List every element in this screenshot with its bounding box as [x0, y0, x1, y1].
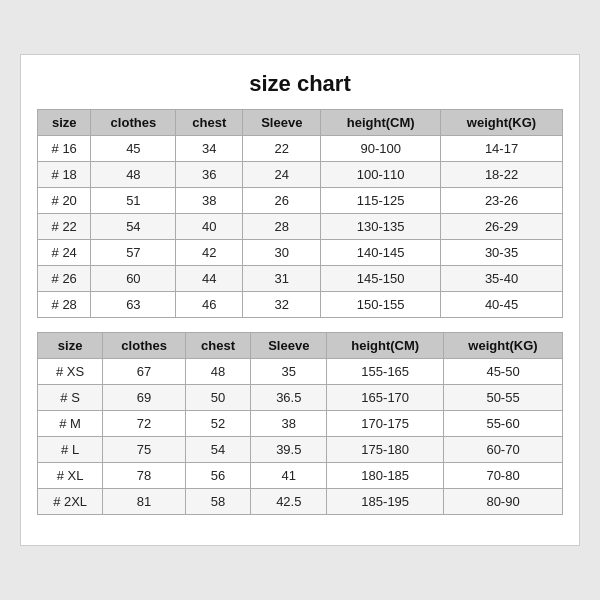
table-row: # 20513826115-12523-26 — [38, 188, 563, 214]
col-header-0: size — [38, 110, 91, 136]
col-header-4: height(CM) — [321, 110, 441, 136]
cell-4-2: 56 — [185, 463, 250, 489]
table-row: # M725238170-17555-60 — [38, 411, 563, 437]
cell-2-2: 52 — [185, 411, 250, 437]
cell-2-5: 55-60 — [444, 411, 563, 437]
cell-2-5: 23-26 — [441, 188, 563, 214]
cell-3-0: # L — [38, 437, 103, 463]
cell-5-4: 185-195 — [327, 489, 444, 515]
cell-5-5: 35-40 — [441, 266, 563, 292]
cell-2-0: # M — [38, 411, 103, 437]
cell-1-3: 36.5 — [251, 385, 327, 411]
col-header-1: clothes — [91, 110, 176, 136]
table-row: # 2XL815842.5185-19580-90 — [38, 489, 563, 515]
table-row: # 26604431145-15035-40 — [38, 266, 563, 292]
cell-4-5: 70-80 — [444, 463, 563, 489]
table-row: # 24574230140-14530-35 — [38, 240, 563, 266]
tables-container: sizeclotheschestSleeveheight(CM)weight(K… — [37, 109, 563, 515]
cell-6-5: 40-45 — [441, 292, 563, 318]
cell-4-2: 42 — [176, 240, 243, 266]
size-table-0: sizeclotheschestSleeveheight(CM)weight(K… — [37, 109, 563, 318]
cell-3-5: 60-70 — [444, 437, 563, 463]
cell-3-4: 130-135 — [321, 214, 441, 240]
cell-3-1: 54 — [91, 214, 176, 240]
cell-0-0: # XS — [38, 359, 103, 385]
col-header-0: size — [38, 333, 103, 359]
cell-5-5: 80-90 — [444, 489, 563, 515]
cell-3-2: 54 — [185, 437, 250, 463]
table-row: # 1645342290-10014-17 — [38, 136, 563, 162]
cell-4-3: 41 — [251, 463, 327, 489]
cell-0-4: 155-165 — [327, 359, 444, 385]
cell-0-5: 45-50 — [444, 359, 563, 385]
cell-1-0: # 18 — [38, 162, 91, 188]
cell-0-1: 45 — [91, 136, 176, 162]
cell-5-2: 44 — [176, 266, 243, 292]
cell-1-0: # S — [38, 385, 103, 411]
cell-0-1: 67 — [103, 359, 186, 385]
cell-4-1: 57 — [91, 240, 176, 266]
cell-6-4: 150-155 — [321, 292, 441, 318]
table-row: # 22544028130-13526-29 — [38, 214, 563, 240]
cell-5-0: # 26 — [38, 266, 91, 292]
cell-2-1: 72 — [103, 411, 186, 437]
col-header-1: clothes — [103, 333, 186, 359]
cell-0-2: 34 — [176, 136, 243, 162]
table-header-row: sizeclotheschestSleeveheight(CM)weight(K… — [38, 110, 563, 136]
cell-5-0: # 2XL — [38, 489, 103, 515]
col-header-4: height(CM) — [327, 333, 444, 359]
cell-4-4: 140-145 — [321, 240, 441, 266]
cell-6-2: 46 — [176, 292, 243, 318]
cell-4-0: # XL — [38, 463, 103, 489]
col-header-2: chest — [176, 110, 243, 136]
cell-6-0: # 28 — [38, 292, 91, 318]
cell-4-1: 78 — [103, 463, 186, 489]
table-row: # S695036.5165-17050-55 — [38, 385, 563, 411]
cell-1-2: 50 — [185, 385, 250, 411]
cell-1-5: 50-55 — [444, 385, 563, 411]
col-header-2: chest — [185, 333, 250, 359]
cell-6-1: 63 — [91, 292, 176, 318]
cell-5-2: 58 — [185, 489, 250, 515]
table-row: # 18483624100-11018-22 — [38, 162, 563, 188]
cell-3-0: # 22 — [38, 214, 91, 240]
col-header-5: weight(KG) — [441, 110, 563, 136]
cell-3-3: 39.5 — [251, 437, 327, 463]
cell-4-0: # 24 — [38, 240, 91, 266]
table-row: # XS674835155-16545-50 — [38, 359, 563, 385]
cell-1-4: 165-170 — [327, 385, 444, 411]
cell-1-1: 48 — [91, 162, 176, 188]
col-header-5: weight(KG) — [444, 333, 563, 359]
cell-2-4: 170-175 — [327, 411, 444, 437]
cell-1-2: 36 — [176, 162, 243, 188]
cell-3-4: 175-180 — [327, 437, 444, 463]
cell-4-4: 180-185 — [327, 463, 444, 489]
cell-6-3: 32 — [243, 292, 321, 318]
size-chart-card: size chart sizeclotheschestSleeveheight(… — [20, 54, 580, 546]
cell-0-2: 48 — [185, 359, 250, 385]
cell-0-3: 22 — [243, 136, 321, 162]
cell-0-4: 90-100 — [321, 136, 441, 162]
cell-2-1: 51 — [91, 188, 176, 214]
cell-3-5: 26-29 — [441, 214, 563, 240]
cell-5-1: 60 — [91, 266, 176, 292]
chart-title: size chart — [37, 71, 563, 97]
table-header-row: sizeclotheschestSleeveheight(CM)weight(K… — [38, 333, 563, 359]
cell-1-4: 100-110 — [321, 162, 441, 188]
cell-1-1: 69 — [103, 385, 186, 411]
cell-4-5: 30-35 — [441, 240, 563, 266]
cell-2-4: 115-125 — [321, 188, 441, 214]
size-table-1: sizeclotheschestSleeveheight(CM)weight(K… — [37, 332, 563, 515]
cell-5-3: 31 — [243, 266, 321, 292]
cell-1-3: 24 — [243, 162, 321, 188]
cell-4-3: 30 — [243, 240, 321, 266]
cell-2-2: 38 — [176, 188, 243, 214]
cell-2-3: 38 — [251, 411, 327, 437]
cell-3-2: 40 — [176, 214, 243, 240]
cell-0-5: 14-17 — [441, 136, 563, 162]
cell-0-3: 35 — [251, 359, 327, 385]
col-header-3: Sleeve — [243, 110, 321, 136]
cell-5-4: 145-150 — [321, 266, 441, 292]
cell-3-3: 28 — [243, 214, 321, 240]
cell-3-1: 75 — [103, 437, 186, 463]
